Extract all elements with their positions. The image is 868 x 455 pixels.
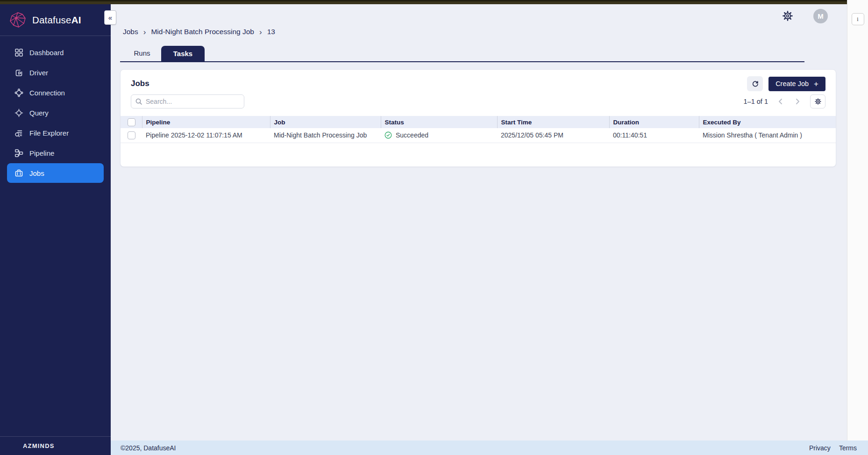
sidebar-item-jobs[interactable]: Jobs	[7, 163, 104, 183]
user-avatar[interactable]: M	[813, 9, 828, 23]
sidebar-item-pipeline[interactable]: Pipeline	[0, 143, 111, 163]
column-header-status: Status	[381, 116, 497, 128]
chevron-right-icon: ›	[143, 28, 146, 36]
breadcrumb-job-name[interactable]: Mid-Night Batch Processing Job	[151, 28, 254, 36]
success-check-icon	[384, 131, 392, 139]
sidebar-footer-brand: AZMINDS	[0, 436, 111, 455]
jobs-table: Pipeline Job Status Start Time Duration …	[121, 116, 836, 143]
search-icon	[135, 98, 142, 105]
sidebar: DatafuseAI Dashboard Driver Connection	[0, 4, 111, 455]
collapse-icon: «	[108, 14, 112, 22]
tab-tasks[interactable]: Tasks	[161, 46, 205, 61]
search-input[interactable]	[131, 94, 244, 108]
cell-duration: 00:11:40:51	[609, 128, 699, 143]
avatar-initial: M	[818, 12, 824, 20]
gear-icon	[814, 98, 822, 105]
copyright-text: ©2025, DatafuseAI	[121, 444, 176, 452]
cell-executed-by: Mission Shrestha ( Tenant Admin )	[699, 128, 836, 143]
table-row[interactable]: Pipeline 2025-12-02 11:07:15 AM Mid-Nigh…	[121, 128, 836, 143]
breadcrumb-run-id: 13	[267, 28, 275, 36]
pipeline-icon	[14, 149, 23, 158]
sidebar-item-query[interactable]: Query	[0, 103, 111, 123]
tab-runs[interactable]: Runs	[127, 49, 157, 61]
connection-icon	[14, 88, 23, 97]
row-checkbox[interactable]	[128, 131, 135, 139]
column-header-job: Job	[270, 116, 381, 128]
browser-side-rail: i	[847, 0, 868, 441]
jobs-icon	[14, 169, 23, 178]
column-header-start-time: Start Time	[497, 116, 609, 128]
column-header-duration: Duration	[609, 116, 699, 128]
sidebar-item-label: Pipeline	[29, 149, 54, 157]
cell-pipeline: Pipeline 2025-12-02 11:07:15 AM	[142, 128, 270, 143]
create-job-button[interactable]: Create Job +	[768, 77, 825, 91]
query-icon	[14, 108, 23, 117]
sidebar-item-label: Dashboard	[29, 49, 64, 57]
column-header-pipeline: Pipeline	[142, 116, 270, 128]
panel-title: Jobs	[131, 79, 149, 88]
sidebar-item-label: Jobs	[29, 169, 44, 177]
privacy-link[interactable]: Privacy	[809, 444, 831, 452]
info-button[interactable]: i	[852, 13, 864, 25]
sidebar-item-label: Connection	[29, 89, 65, 97]
settings-gear-button[interactable]	[782, 10, 794, 22]
chevron-left-icon	[777, 98, 784, 105]
pagination-prev-button[interactable]	[776, 97, 785, 106]
pagination-next-button[interactable]	[793, 97, 802, 106]
tab-bar: Runs Tasks	[120, 45, 804, 62]
sidebar-item-file-explorer[interactable]: File Explorer	[0, 123, 111, 143]
sidebar-item-label: File Explorer	[29, 129, 69, 137]
sidebar-item-label: Driver	[29, 69, 48, 77]
sidebar-collapse-button[interactable]: «	[104, 10, 116, 25]
plus-icon: +	[814, 80, 818, 88]
status-text: Succeeded	[396, 131, 428, 139]
sidebar-item-label: Query	[29, 109, 49, 117]
refresh-icon	[751, 80, 759, 88]
select-all-checkbox[interactable]	[128, 118, 135, 126]
sidebar-item-connection[interactable]: Connection	[0, 83, 111, 103]
breadcrumb-jobs[interactable]: Jobs	[123, 28, 138, 36]
sidebar-nav: Dashboard Driver Connection Query	[0, 36, 111, 436]
brand-name: DatafuseAI	[32, 14, 81, 26]
cell-start-time: 2025/12/05 05:45 PM	[497, 128, 609, 143]
breadcrumb: Jobs › Mid-Night Batch Processing Job › …	[123, 28, 275, 36]
footer: ©2025, DatafuseAI Privacy Terms	[111, 441, 868, 455]
cell-job: Mid-Night Batch Processing Job	[270, 128, 381, 143]
table-header-row: Pipeline Job Status Start Time Duration …	[121, 116, 836, 128]
sidebar-item-driver[interactable]: Driver	[0, 63, 111, 83]
driver-icon	[14, 68, 23, 77]
gear-icon	[782, 10, 794, 22]
status-badge: Succeeded	[384, 131, 497, 139]
browser-top-strip	[0, 0, 847, 4]
jobs-panel: Jobs Create Job + 1–1 of 1	[120, 69, 836, 167]
column-header-executed-by: Executed By	[699, 116, 836, 128]
chevron-right-icon	[794, 98, 801, 105]
brand: DatafuseAI	[0, 4, 111, 36]
terms-link[interactable]: Terms	[839, 444, 857, 452]
dashboard-icon	[14, 48, 23, 57]
table-settings-button[interactable]	[810, 94, 825, 108]
sidebar-item-dashboard[interactable]: Dashboard	[0, 43, 111, 63]
refresh-button[interactable]	[747, 76, 763, 91]
datafuse-logo-icon	[8, 12, 27, 29]
info-icon: i	[857, 16, 858, 23]
pagination-range: 1–1 of 1	[744, 98, 768, 105]
create-job-label: Create Job	[776, 80, 809, 87]
chevron-right-icon: ›	[259, 28, 262, 36]
file-explorer-icon	[14, 129, 23, 137]
